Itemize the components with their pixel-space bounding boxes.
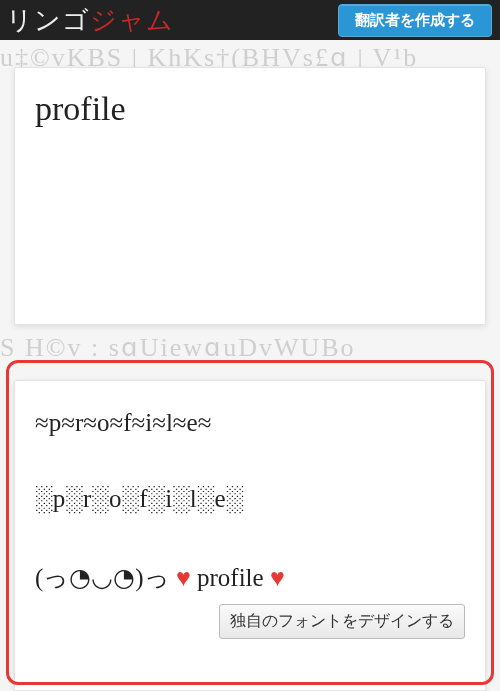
logo-part-a: リンゴ: [6, 5, 90, 35]
header-bar: リンゴジャム 翻訳者を作成する: [0, 0, 500, 40]
output-line-3[interactable]: (っ◔◡◔)っ ♥ profile ♥: [35, 561, 465, 594]
output-card: ≈p≈r≈o≈f≈i≈l≈e≈ ░p░r░o░f░i░l░e░ (っ◔◡◔)っ …: [14, 380, 486, 691]
site-logo[interactable]: リンゴジャム: [6, 3, 174, 38]
output-line-3-prefix: (っ◔◡◔)っ: [35, 564, 176, 591]
heart-icon: ♥: [270, 564, 285, 591]
input-text[interactable]: profile: [35, 90, 465, 128]
background-decor-2: S H©v : sɑUiewɑuDvWUBo: [0, 332, 500, 363]
output-line-1[interactable]: ≈p≈r≈o≈f≈i≈l≈e≈: [35, 409, 465, 437]
output-line-2[interactable]: ░p░r░o░f░i░l░e░: [35, 485, 465, 513]
input-card[interactable]: profile: [14, 67, 486, 325]
create-translator-button[interactable]: 翻訳者を作成する: [338, 4, 492, 37]
logo-part-b: ジャム: [90, 5, 174, 35]
output-line-3-mid: profile: [191, 564, 270, 591]
design-font-button[interactable]: 独自のフォントをデザインする: [219, 604, 465, 639]
heart-icon: ♥: [176, 564, 191, 591]
